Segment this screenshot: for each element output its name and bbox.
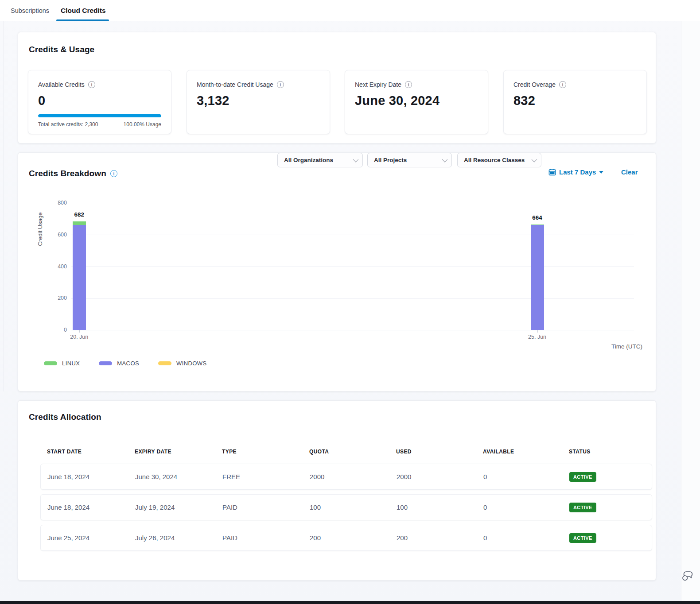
legend-item-macos[interactable]: MACOS xyxy=(99,360,139,367)
content-left-divider xyxy=(4,21,4,391)
tab-subscriptions[interactable]: Subscriptions xyxy=(11,0,49,21)
stat-value: 0 xyxy=(38,93,161,108)
credits-allocation-section: Credits Allocation START DATE EXPIRY DAT… xyxy=(18,400,656,581)
table-row[interactable]: June 18, 2024 July 19, 2024 PAID 100 100… xyxy=(40,494,652,520)
bar-value-label: 664 xyxy=(532,214,542,221)
col-status: STATUS xyxy=(569,449,652,455)
bar-segment-macos[interactable] xyxy=(531,225,544,330)
cell-type: PAID xyxy=(222,534,310,542)
tab-bar: Subscriptions Cloud Credits xyxy=(0,0,700,21)
bar-segment-macos[interactable] xyxy=(73,225,86,330)
gridline xyxy=(71,298,634,298)
table-row[interactable]: June 18, 2024 June 30, 2024 FREE 2000 20… xyxy=(40,464,652,490)
cell-expiry-date: July 19, 2024 xyxy=(135,503,222,511)
bar-segment-linux[interactable] xyxy=(73,221,86,225)
col-available: AVAILABLE xyxy=(483,449,569,455)
organizations-filter-select[interactable]: All Organizations xyxy=(277,153,363,167)
date-range-picker[interactable]: Last 7 Days xyxy=(548,165,603,179)
legend-item-linux[interactable]: LINUX xyxy=(44,360,80,367)
y-tick-label: 200 xyxy=(58,295,67,301)
x-tick-label: 20. Jun xyxy=(70,334,88,340)
col-type: TYPE xyxy=(222,449,309,455)
credits-usage-section: Credits & Usage Available Credits 0 Tota… xyxy=(18,32,656,143)
y-tick-label: 800 xyxy=(58,200,67,206)
stat-label: Next Expiry Date xyxy=(355,81,401,88)
cell-available: 0 xyxy=(483,534,569,542)
cell-available: 0 xyxy=(483,503,569,511)
stat-next-expiry: Next Expiry Date June 30, 2024 xyxy=(345,70,488,134)
table-header: START DATE EXPIRY DATE TYPE QUOTA USED A… xyxy=(40,446,652,457)
info-icon[interactable] xyxy=(405,81,412,88)
chat-support-button[interactable] xyxy=(681,569,695,583)
col-quota: QUOTA xyxy=(309,449,396,455)
cell-start-date: June 18, 2024 xyxy=(47,503,135,511)
table-row[interactable]: June 25, 2024 July 26, 2024 PAID 200 200… xyxy=(40,525,652,551)
x-tick xyxy=(537,330,538,333)
status-badge: ACTIVE xyxy=(569,503,596,512)
projects-filter-select[interactable]: All Projects xyxy=(367,153,452,167)
gridline xyxy=(71,203,634,203)
cell-start-date: June 25, 2024 xyxy=(47,534,135,542)
credits-allocation-title: Credits Allocation xyxy=(29,412,101,422)
col-expiry-date: EXPIRY DATE xyxy=(135,449,222,455)
gridline xyxy=(71,235,634,235)
info-icon[interactable] xyxy=(110,170,117,177)
cell-used: 2000 xyxy=(397,473,483,480)
chevron-down-icon xyxy=(442,157,448,163)
legend-swatch-macos xyxy=(99,361,112,365)
legend-label: LINUX xyxy=(62,360,80,367)
organizations-filter-value: All Organizations xyxy=(284,157,333,163)
resource-classes-filter-value: All Resource Classes xyxy=(464,157,525,163)
status-badge: ACTIVE xyxy=(569,533,596,543)
bar-value-label: 682 xyxy=(74,211,85,218)
right-rail xyxy=(681,21,700,601)
cell-type: PAID xyxy=(222,503,310,511)
credits-progress-fill xyxy=(38,114,161,117)
credits-usage-title: Credits & Usage xyxy=(29,45,94,54)
stat-label: Credit Overage xyxy=(513,81,556,88)
bar-20-jun[interactable]: 682 20. Jun xyxy=(73,203,86,330)
usage-percent: 100.00% Usage xyxy=(124,121,161,128)
y-tick-label: 600 xyxy=(58,232,67,238)
date-range-value: Last 7 Days xyxy=(559,168,596,176)
cell-expiry-date: July 26, 2024 xyxy=(135,534,222,542)
clear-filters-button[interactable]: Clear xyxy=(621,165,638,179)
bottom-edge-bar xyxy=(0,601,700,604)
legend-swatch-linux xyxy=(44,361,57,365)
stat-value: 3,132 xyxy=(197,93,320,108)
bar-25-jun[interactable]: 664 25. Jun xyxy=(531,203,544,330)
calendar-icon xyxy=(548,168,556,176)
info-icon[interactable] xyxy=(88,81,95,88)
x-axis-title: Time (UTC) xyxy=(611,343,642,350)
cell-quota: 200 xyxy=(310,534,397,542)
chart-legend: LINUX MACOS WINDOWS xyxy=(44,360,206,367)
info-icon[interactable] xyxy=(559,81,566,88)
stat-label: Month-to-date Credit Usage xyxy=(197,81,273,88)
projects-filter-value: All Projects xyxy=(374,157,407,163)
cell-used: 200 xyxy=(397,534,483,542)
legend-label: WINDOWS xyxy=(176,360,207,367)
legend-swatch-windows xyxy=(158,361,171,365)
stat-available-credits: Available Credits 0 Total active credits… xyxy=(28,70,171,134)
resource-classes-filter-select[interactable]: All Resource Classes xyxy=(457,153,541,167)
status-badge: ACTIVE xyxy=(569,472,596,482)
chat-bubbles-icon xyxy=(681,570,694,581)
chevron-down-icon xyxy=(532,157,537,163)
stat-mtd-usage: Month-to-date Credit Usage 3,132 xyxy=(187,70,330,134)
info-icon[interactable] xyxy=(277,81,284,88)
stat-credit-overage: Credit Overage 832 xyxy=(503,70,647,134)
credits-breakdown-section: Credits Breakdown All Organizations All … xyxy=(18,152,656,391)
col-used: USED xyxy=(396,449,483,455)
y-axis-title: Credit Usage xyxy=(37,202,44,256)
cell-expiry-date: June 30, 2024 xyxy=(135,473,222,480)
legend-item-windows[interactable]: WINDOWS xyxy=(158,360,207,367)
cell-start-date: June 18, 2024 xyxy=(47,473,135,480)
y-tick-label: 400 xyxy=(58,263,67,270)
credits-progress-bar xyxy=(38,114,161,117)
active-tab-indicator xyxy=(56,19,109,21)
stat-value: 832 xyxy=(513,93,637,108)
y-tick-label: 0 xyxy=(64,327,67,333)
tab-cloud-credits[interactable]: Cloud Credits xyxy=(61,0,106,21)
gridline xyxy=(71,267,634,267)
x-tick xyxy=(79,330,80,333)
